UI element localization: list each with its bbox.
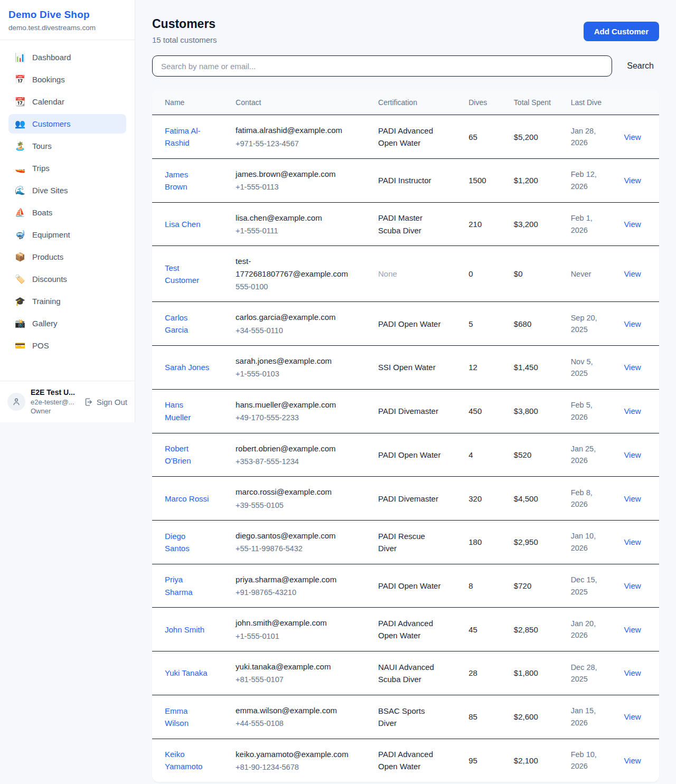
- customer-name-link[interactable]: Fatima Al-Rashid: [165, 126, 201, 147]
- sidebar-item-bookings[interactable]: 📅 Bookings: [8, 70, 126, 89]
- search-button[interactable]: Search: [622, 57, 659, 75]
- sidebar-item-label: Dashboard: [32, 53, 71, 62]
- sidebar-item-dashboard[interactable]: 📊 Dashboard: [8, 48, 126, 67]
- view-link[interactable]: View: [624, 133, 641, 141]
- column-header-total-spent: Total Spent: [508, 90, 565, 115]
- customer-total-spent: $3,200: [508, 202, 565, 246]
- customer-dives: 4: [462, 433, 508, 477]
- view-link[interactable]: View: [624, 363, 641, 372]
- customer-name-link[interactable]: Test Customer: [165, 263, 199, 285]
- customer-certification: PADI Rescue Diver: [378, 532, 425, 553]
- customer-name-link[interactable]: Yuki Tanaka: [165, 668, 208, 677]
- sidebar-item-dive-sites[interactable]: 🌊 Dive Sites: [8, 181, 126, 200]
- customer-row: Test Customer test-1772681807767@example…: [152, 246, 659, 302]
- user-email: e2e-tester@...: [31, 398, 79, 407]
- view-link[interactable]: View: [624, 537, 641, 546]
- customer-name-link[interactable]: Diego Santos: [165, 532, 190, 553]
- customer-total-spent: $2,850: [508, 608, 565, 651]
- training-icon: 🎓: [15, 296, 25, 306]
- dive-sites-icon: 🌊: [15, 185, 25, 195]
- customer-last-dive: Nov 5, 2025: [565, 346, 618, 390]
- customer-name-link[interactable]: Priya Sharma: [165, 575, 193, 596]
- shop-name: Demo Dive Shop: [8, 9, 126, 21]
- customer-name-link[interactable]: Hans Mueller: [165, 400, 191, 421]
- column-header-name: Name: [152, 90, 229, 115]
- customer-dives: 95: [462, 739, 508, 782]
- customer-row: Marco Rossi marco.rossi@example.com +39-…: [152, 477, 659, 521]
- customer-phone: +971-55-123-4567: [236, 138, 351, 149]
- customer-dives: 320: [462, 477, 508, 521]
- customer-name-link[interactable]: Lisa Chen: [165, 220, 201, 229]
- customer-name-link[interactable]: James Brown: [165, 170, 188, 191]
- customer-last-dive: Dec 15, 2025: [565, 564, 618, 608]
- sidebar-item-label: Equipment: [32, 230, 70, 239]
- sidebar-item-discounts[interactable]: 🏷️ Discounts: [8, 269, 126, 289]
- sidebar-item-label: Discounts: [32, 275, 67, 284]
- view-link[interactable]: View: [624, 712, 641, 721]
- view-link[interactable]: View: [624, 269, 641, 278]
- view-link[interactable]: View: [624, 494, 641, 503]
- view-link[interactable]: View: [624, 668, 641, 677]
- customer-name-link[interactable]: Robert O'Brien: [165, 444, 191, 465]
- view-link[interactable]: View: [624, 450, 641, 459]
- column-header-dives: Dives: [462, 90, 508, 115]
- customer-total-spent: $1,800: [508, 651, 565, 695]
- customer-phone: +91-98765-43210: [236, 587, 351, 598]
- view-link[interactable]: View: [624, 176, 641, 185]
- view-link[interactable]: View: [624, 319, 641, 328]
- view-link[interactable]: View: [624, 581, 641, 590]
- sidebar-item-equipment[interactable]: 🤿 Equipment: [8, 225, 126, 244]
- customer-phone: +34-555-0110: [236, 325, 351, 336]
- customer-name-link[interactable]: Sarah Jones: [165, 363, 209, 372]
- sidebar-item-label: Calendar: [32, 97, 64, 106]
- customer-total-spent: $1,450: [508, 346, 565, 390]
- customer-total-spent: $1,200: [508, 159, 565, 203]
- sidebar-item-calendar[interactable]: 📆 Calendar: [8, 92, 126, 111]
- customer-phone: +1-555-0101: [236, 630, 351, 642]
- customer-total-spent: $2,600: [508, 695, 565, 739]
- sidebar-item-label: Products: [32, 252, 63, 261]
- customer-name-link[interactable]: John Smith: [165, 625, 204, 634]
- customer-certification: PADI Open Water: [378, 450, 440, 459]
- customer-last-dive: Feb 1, 2026: [565, 202, 618, 246]
- customer-name-link[interactable]: Marco Rossi: [165, 494, 209, 503]
- sidebar-item-customers[interactable]: 👥 Customers: [8, 114, 126, 134]
- sidebar-item-label: Customers: [32, 119, 71, 128]
- sidebar-item-products[interactable]: 📦 Products: [8, 247, 126, 267]
- customer-name-link[interactable]: Keiko Yamamoto: [165, 750, 202, 771]
- shop-domain: demo.test.divestreams.com: [8, 24, 126, 32]
- sidebar-item-trips[interactable]: 🚤 Trips: [8, 158, 126, 178]
- customer-row: Hans Mueller hans.mueller@example.com +4…: [152, 389, 659, 433]
- sidebar-item-training[interactable]: 🎓 Training: [8, 291, 126, 311]
- page-header: Customers 15 total customers Add Custome…: [152, 17, 659, 44]
- customer-name-link[interactable]: Emma Wilson: [165, 706, 189, 728]
- customer-last-dive: Jan 28, 2026: [565, 115, 618, 159]
- customer-dives: 12: [462, 346, 508, 390]
- view-link[interactable]: View: [624, 756, 641, 765]
- view-link[interactable]: View: [624, 220, 641, 229]
- page-title: Customers: [152, 17, 217, 31]
- customer-last-dive: Feb 10, 2026: [565, 739, 618, 782]
- add-customer-button[interactable]: Add Customer: [584, 22, 659, 41]
- customer-last-dive: Jan 25, 2026: [565, 433, 618, 477]
- sign-out-button[interactable]: Sign Out: [84, 398, 127, 407]
- view-link[interactable]: View: [624, 407, 641, 415]
- customer-name-link[interactable]: Carlos Garcia: [165, 313, 188, 334]
- view-link[interactable]: View: [624, 625, 641, 634]
- search-input[interactable]: [152, 55, 612, 77]
- customer-dives: 5: [462, 302, 508, 346]
- sidebar-item-pos[interactable]: 💳 POS: [8, 336, 126, 355]
- customer-last-dive: Sep 20, 2025: [565, 302, 618, 346]
- sidebar-item-label: POS: [32, 341, 49, 350]
- sidebar-item-boats[interactable]: ⛵ Boats: [8, 203, 126, 222]
- customer-email: robert.obrien@example.com: [236, 442, 351, 455]
- customer-total-spent: $5,200: [508, 115, 565, 159]
- dashboard-icon: 📊: [15, 52, 25, 62]
- sidebar-item-label: Bookings: [32, 75, 65, 84]
- sign-out-label: Sign Out: [97, 398, 127, 407]
- customer-row: Carlos Garcia carlos.garcia@example.com …: [152, 302, 659, 346]
- sidebar-item-tours[interactable]: 🏝️ Tours: [8, 136, 126, 156]
- sidebar-item-gallery[interactable]: 📸 Gallery: [8, 314, 126, 333]
- customer-phone: +39-555-0105: [236, 499, 351, 511]
- tours-icon: 🏝️: [15, 141, 25, 151]
